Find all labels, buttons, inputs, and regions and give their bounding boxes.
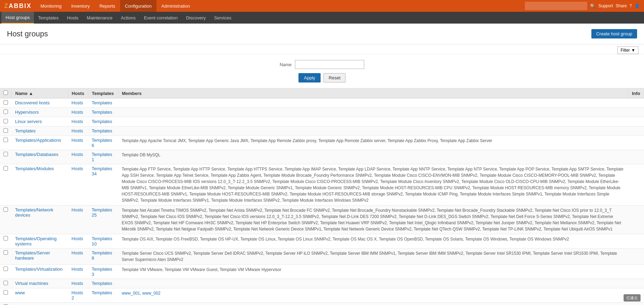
hosts-link[interactable]: Hosts (72, 250, 83, 255)
templates-link[interactable]: Templates 25 (92, 207, 112, 218)
info-cell (628, 303, 644, 305)
hosts-link[interactable]: Hosts (72, 281, 83, 286)
page-header: Host groups Create host group (0, 24, 644, 44)
help-link[interactable]: ? (629, 3, 632, 8)
templates-link[interactable]: Templates (92, 100, 112, 105)
table-row: Virtual machinesHostsTemplates (0, 279, 644, 288)
row-checkbox[interactable] (3, 281, 8, 285)
subnav-host-groups[interactable]: Host groups (1, 12, 34, 24)
templates-link[interactable]: Templates 1 (92, 152, 112, 162)
filter-name-input[interactable] (295, 60, 364, 69)
nav-reports[interactable]: Reports (95, 0, 120, 12)
row-checkbox[interactable] (3, 119, 8, 123)
hosts-link[interactable]: Hosts (72, 119, 83, 124)
group-name-link[interactable]: Templates/Operating systems (15, 236, 57, 246)
hosts-link[interactable]: Hosts 2 (72, 290, 83, 300)
reset-button[interactable]: Reset (323, 73, 346, 82)
col-header-hosts: Hosts (68, 88, 88, 98)
group-name-link[interactable]: Templates/Modules (15, 166, 54, 171)
row-checkbox[interactable] (3, 138, 8, 142)
info-cell (628, 249, 644, 265)
col-header-members: Members (118, 88, 628, 98)
logo[interactable]: ZABBIX (0, 0, 36, 12)
row-checkbox[interactable] (3, 166, 8, 171)
member-link[interactable]: www_002 (142, 291, 161, 296)
row-checkbox[interactable] (3, 290, 8, 295)
hosts-link[interactable]: Hosts (72, 236, 83, 241)
group-name-link[interactable]: Templates/Virtualization (15, 267, 63, 272)
info-cell (628, 127, 644, 136)
hosts-link[interactable]: Hosts (72, 100, 83, 105)
subnav-maintenance[interactable]: Maintenance (83, 12, 117, 24)
row-checkbox[interactable] (3, 128, 8, 133)
templates-link[interactable]: Templates (92, 281, 112, 286)
subnav-hosts[interactable]: Hosts (63, 12, 82, 24)
filter-label: Filter (620, 48, 630, 53)
hosts-link[interactable]: Hosts (72, 267, 83, 272)
filter-toggle-button[interactable]: Filter ▼ (617, 46, 638, 54)
row-checkbox[interactable] (3, 267, 8, 271)
group-name-link[interactable]: Templates (15, 128, 36, 133)
user-icon[interactable]: 👤 (635, 3, 640, 8)
group-name-link[interactable]: www (15, 290, 25, 295)
select-all-checkbox[interactable] (3, 90, 8, 95)
col-header-name[interactable]: Name ▲ (12, 88, 68, 98)
group-name-link[interactable]: Hypervisors (15, 110, 39, 115)
hosts-link[interactable]: Hosts (72, 128, 83, 133)
nav-administration[interactable]: Administration (156, 0, 195, 12)
row-checkbox[interactable] (3, 110, 8, 114)
templates-link[interactable]: Templates 8 (92, 250, 112, 261)
row-checkbox[interactable] (3, 100, 8, 105)
hosts-link[interactable]: Hosts (72, 152, 83, 157)
hosts-link[interactable]: Hosts (72, 110, 83, 115)
hosts-link[interactable]: Hosts (72, 138, 83, 143)
row-checkbox[interactable] (3, 250, 8, 255)
templates-link[interactable]: Templates 6 (92, 138, 112, 148)
row-checkbox[interactable] (3, 152, 8, 156)
group-name-link[interactable]: Templates/Server hardware (15, 250, 50, 261)
members-cell: Template Net Alcatel Timetra TIMOS SNMPv… (118, 206, 628, 234)
templates-link[interactable]: Templates (92, 119, 112, 124)
create-host-group-button[interactable]: Create host group (591, 29, 637, 38)
subnav-actions[interactable]: Actions (117, 12, 140, 24)
hosts-link[interactable]: Hosts (72, 166, 83, 171)
top-navigation: ZABBIX Monitoring Inventory Reports Conf… (0, 0, 644, 12)
table-row: Templates/Network devicesHostsTemplates … (0, 206, 644, 234)
subnav-event-correlation[interactable]: Event correlation (140, 12, 182, 24)
group-name-link[interactable]: Templates/Databases (15, 152, 59, 157)
subnav-discovery[interactable]: Discovery (182, 12, 210, 24)
group-name-link[interactable]: Templates/Applications (15, 138, 61, 143)
share-link[interactable]: Share (616, 3, 627, 8)
templates-link[interactable]: Templates (92, 290, 112, 295)
templates-link[interactable]: Templates 10 (92, 236, 112, 246)
logo-text: ZABBIX (4, 2, 32, 10)
filter-area: Name Apply Reset (0, 54, 644, 88)
row-checkbox[interactable] (3, 236, 8, 241)
row-checkbox[interactable] (3, 207, 8, 212)
members-cell: Template DB MySQL (118, 150, 628, 164)
templates-link[interactable]: Templates (92, 128, 112, 133)
templates-link[interactable]: Templates 34 (92, 166, 112, 176)
table-row: Templates/VirtualizationHostsTemplates 3… (0, 265, 644, 279)
table-row: Templates/DatabasesHostsTemplates 1Templ… (0, 150, 644, 164)
nav-inventory[interactable]: Inventory (66, 0, 95, 12)
global-search-input[interactable] (525, 2, 587, 10)
nav-configuration[interactable]: Configuration (120, 0, 156, 12)
group-name-link[interactable]: Discovered hosts (15, 100, 50, 105)
templates-link[interactable]: Templates (92, 110, 112, 115)
subnav-templates[interactable]: Templates (34, 12, 63, 24)
group-name-link[interactable]: Templates/Network devices (15, 207, 54, 218)
nav-monitoring[interactable]: Monitoring (36, 0, 66, 12)
support-link[interactable]: Support (598, 3, 613, 8)
apply-button[interactable]: Apply (298, 73, 321, 82)
templates-link[interactable]: Templates 3 (92, 267, 112, 277)
members-cell (118, 127, 628, 136)
group-name-link[interactable]: Virtual machines (15, 281, 48, 286)
subnav-services[interactable]: Services (210, 12, 235, 24)
members-cell (118, 279, 628, 288)
group-name-link[interactable]: Linux servers (15, 119, 42, 124)
host-groups-table-container: Name ▲ Hosts Templates Members Info Disc… (0, 88, 644, 305)
member-link[interactable]: www_001 (122, 291, 140, 296)
search-icon[interactable]: 🔍 (590, 3, 596, 9)
hosts-link[interactable]: Hosts (72, 207, 83, 212)
